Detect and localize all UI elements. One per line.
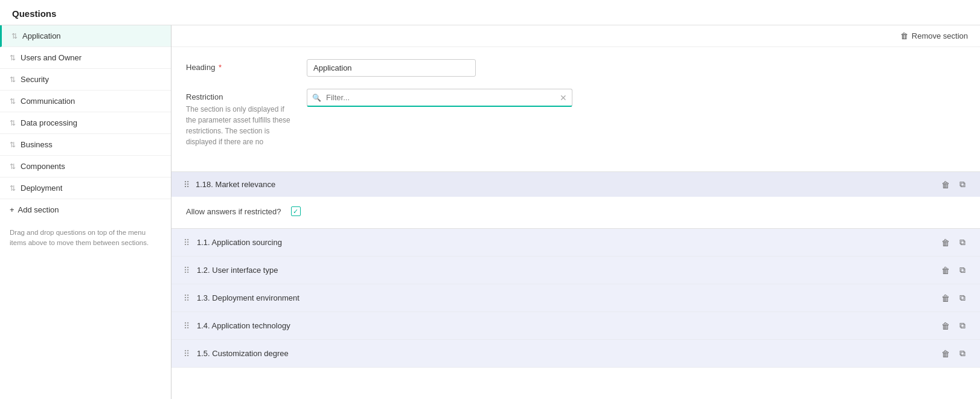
allow-answers-label: Allow answers if restricted?	[186, 207, 281, 216]
sidebar-item-components[interactable]: ⇅ Components	[0, 156, 171, 177]
sidebar-item-label-business: Business	[21, 140, 53, 149]
drag-icon-deployment: ⇅	[10, 184, 16, 193]
filter-box: 🔍 ✕	[307, 89, 572, 107]
allow-answers-row: Allow answers if restricted?	[171, 197, 980, 229]
question-row-1-4: ⠿ 1.4. Application technology 🗑 ⧉	[171, 312, 980, 340]
highlighted-question-row: ⠿ 1.18. Market relevance 🗑 ⧉	[171, 172, 980, 197]
question-actions-1-1: 🗑 ⧉	[939, 236, 968, 249]
sidebar-item-deployment[interactable]: ⇅ Deployment	[0, 177, 171, 199]
question-row-1-3: ⠿ 1.3. Deployment environment 🗑 ⧉	[171, 284, 980, 312]
question-actions-1-3: 🗑 ⧉	[939, 292, 968, 304]
sidebar-item-label-users: Users and Owner	[21, 53, 82, 62]
restriction-description: The section is only displayed if the par…	[186, 104, 295, 147]
sidebar-item-data-processing[interactable]: ⇅ Data processing	[0, 112, 171, 134]
sidebar-item-label-deployment: Deployment	[21, 184, 62, 193]
restriction-label-col: Restriction The section is only displaye…	[186, 89, 295, 147]
restriction-label: Restriction	[186, 92, 295, 101]
add-section-button[interactable]: + Add section	[0, 199, 171, 220]
drag-icon-application: ⇅	[11, 32, 18, 40]
question-row-1-2: ⠿ 1.2. User interface type 🗑 ⧉	[171, 257, 980, 284]
question-row-1-1: ⠿ 1.1. Application sourcing 🗑 ⧉	[171, 229, 980, 257]
restriction-row: Restriction The section is only displaye…	[186, 89, 966, 147]
filter-clear-icon[interactable]: ✕	[560, 93, 567, 103]
sidebar-item-label-components: Components	[21, 162, 65, 171]
page-header: Questions	[0, 0, 980, 25]
main-layout: ⇅ Application ⇅ Users and Owner ⇅ Securi…	[0, 25, 980, 399]
app-container: Questions ⇅ Application ⇅ Users and Owne…	[0, 0, 980, 399]
drag-icon-business: ⇅	[10, 141, 16, 149]
sidebar-item-communication[interactable]: ⇅ Communication	[0, 91, 171, 112]
question-actions-1-4: 🗑 ⧉	[939, 319, 968, 332]
sidebar-item-label-data-processing: Data processing	[21, 118, 77, 127]
sidebar-item-label-security: Security	[21, 75, 49, 84]
restriction-control: 🔍 ✕	[307, 89, 966, 107]
drag-handle-1-4[interactable]: ⠿	[184, 321, 190, 331]
highlighted-question-label: 1.18. Market relevance	[196, 180, 939, 189]
highlighted-copy-button[interactable]: ⧉	[957, 178, 968, 191]
question-label-1-2: 1.2. User interface type	[197, 266, 939, 275]
highlighted-question-actions: 🗑 ⧉	[939, 178, 968, 191]
sidebar-item-users-and-owner[interactable]: ⇅ Users and Owner	[0, 47, 171, 69]
question-label-1-1: 1.1. Application sourcing	[197, 238, 939, 247]
section-config: Heading * Restriction The section is onl…	[171, 47, 980, 172]
sidebar: ⇅ Application ⇅ Users and Owner ⇅ Securi…	[0, 25, 171, 399]
heading-control	[307, 59, 966, 77]
delete-button-1-1[interactable]: 🗑	[939, 236, 952, 249]
drag-icon-data-processing: ⇅	[10, 119, 16, 127]
drag-icon-components: ⇅	[10, 162, 16, 171]
sidebar-item-security[interactable]: ⇅ Security	[0, 69, 171, 91]
drag-icon-communication: ⇅	[10, 97, 16, 106]
drag-handle-1-5[interactable]: ⠿	[184, 349, 190, 359]
sidebar-item-application[interactable]: ⇅ Application	[0, 25, 171, 47]
allow-answers-checkbox[interactable]	[291, 206, 301, 216]
page-title: Questions	[12, 8, 56, 19]
drag-handle-1-1[interactable]: ⠿	[184, 238, 190, 247]
highlighted-drag-handle[interactable]: ⠿	[184, 180, 190, 190]
trash-icon-remove: 🗑	[900, 31, 908, 40]
copy-button-1-3[interactable]: ⧉	[957, 292, 968, 304]
add-section-label: Add section	[18, 205, 59, 214]
plus-icon: +	[10, 205, 14, 214]
question-label-1-3: 1.3. Deployment environment	[197, 293, 939, 302]
question-actions-1-5: 🗑 ⧉	[939, 347, 968, 360]
sidebar-item-label-communication: Communication	[21, 97, 75, 106]
remove-section-button[interactable]: 🗑 Remove section	[900, 31, 968, 40]
question-label-1-5: 1.5. Customization degree	[197, 349, 939, 358]
questions-list: ⠿ 1.1. Application sourcing 🗑 ⧉ ⠿ 1.2.	[171, 229, 980, 399]
copy-button-1-1[interactable]: ⧉	[957, 236, 968, 249]
content-area: 🗑 Remove section Heading *	[171, 25, 980, 399]
filter-input[interactable]	[324, 89, 560, 106]
delete-button-1-4[interactable]: 🗑	[939, 319, 952, 332]
delete-button-1-3[interactable]: 🗑	[939, 292, 952, 304]
question-actions-1-2: 🗑 ⧉	[939, 264, 968, 276]
question-label-1-4: 1.4. Application technology	[197, 321, 939, 330]
copy-button-1-2[interactable]: ⧉	[957, 264, 968, 276]
heading-label: Heading *	[186, 59, 295, 72]
drag-handle-1-3[interactable]: ⠿	[184, 293, 190, 303]
sidebar-item-business[interactable]: ⇅ Business	[0, 134, 171, 156]
heading-row: Heading *	[186, 59, 966, 77]
search-icon: 🔍	[312, 94, 321, 102]
question-row-1-5: ⠿ 1.5. Customization degree 🗑 ⧉	[171, 340, 980, 368]
copy-button-1-4[interactable]: ⧉	[957, 319, 968, 332]
content-topbar: 🗑 Remove section	[171, 25, 980, 47]
heading-required-marker: *	[219, 63, 222, 72]
delete-button-1-5[interactable]: 🗑	[939, 347, 952, 360]
remove-section-label: Remove section	[912, 31, 968, 40]
sidebar-drag-hint: Drag and drop questions on top of the me…	[0, 220, 171, 256]
drag-handle-1-2[interactable]: ⠿	[184, 266, 190, 275]
drag-icon-security: ⇅	[10, 75, 16, 84]
sidebar-item-label-application: Application	[22, 31, 61, 40]
heading-input[interactable]	[307, 59, 476, 77]
highlighted-delete-button[interactable]: 🗑	[939, 178, 952, 191]
copy-button-1-5[interactable]: ⧉	[957, 347, 968, 360]
drag-icon-users: ⇅	[10, 54, 16, 62]
delete-button-1-2[interactable]: 🗑	[939, 264, 952, 276]
